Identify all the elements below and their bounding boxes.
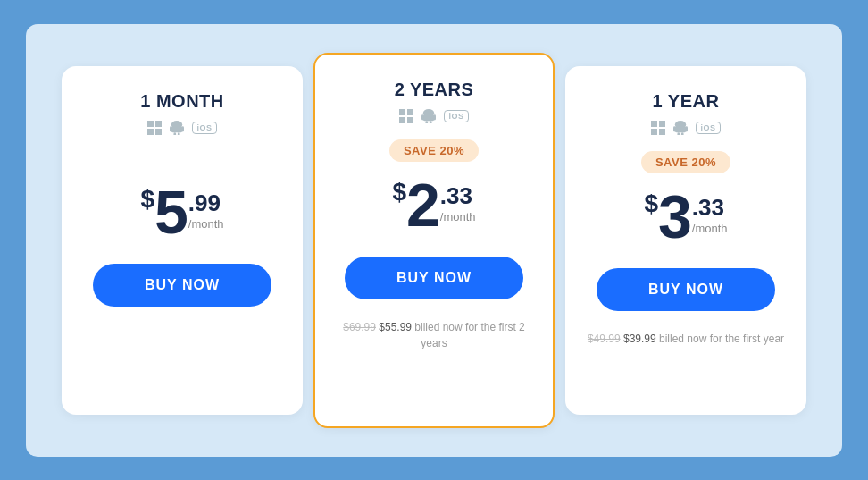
price-decimal-block-1month: .99 /month bbox=[188, 181, 224, 232]
svg-rect-26 bbox=[673, 126, 676, 131]
price-dollar-1month: $ bbox=[140, 185, 154, 214]
ios-badge-2: iOS bbox=[444, 110, 468, 122]
android-icon-2 bbox=[421, 109, 437, 123]
svg-rect-16 bbox=[421, 114, 424, 120]
platform-icons-1year: iOS bbox=[651, 121, 720, 135]
price-period-1year: /month bbox=[692, 222, 728, 235]
buy-now-button-2years[interactable]: BUY NOW bbox=[345, 257, 523, 299]
svg-rect-27 bbox=[686, 126, 689, 131]
card-1month: 1 MONTH bbox=[62, 66, 303, 415]
card-title-1month: 1 MONTH bbox=[140, 91, 224, 112]
svg-rect-20 bbox=[651, 121, 657, 127]
windows-icon-3 bbox=[651, 121, 665, 135]
price-decimal-1month: .99 bbox=[188, 190, 224, 216]
windows-icon-2 bbox=[399, 109, 413, 123]
android-icon bbox=[169, 121, 185, 135]
svg-rect-12 bbox=[399, 117, 405, 123]
card-2years: 2 YEARS bbox=[313, 53, 555, 428]
svg-rect-7 bbox=[182, 126, 185, 131]
price-integer-1month: 5 bbox=[154, 181, 188, 242]
svg-rect-9 bbox=[178, 132, 180, 135]
svg-rect-6 bbox=[170, 126, 172, 131]
svg-rect-5 bbox=[171, 126, 182, 132]
svg-rect-28 bbox=[678, 132, 680, 135]
price-row-1month: $ 5 .99 /month bbox=[140, 181, 223, 242]
price-row-1year: $ 3 .33 /month bbox=[644, 186, 727, 247]
ios-badge-3: iOS bbox=[696, 122, 720, 134]
windows-icon bbox=[147, 121, 162, 135]
android-icon-3 bbox=[672, 121, 689, 135]
svg-rect-17 bbox=[434, 114, 437, 120]
cards-container: 1 MONTH bbox=[44, 42, 824, 439]
price-dollar-2years: $ bbox=[392, 178, 406, 206]
card-title-1year: 1 YEAR bbox=[653, 91, 720, 112]
svg-rect-25 bbox=[675, 126, 686, 132]
svg-rect-13 bbox=[407, 117, 413, 123]
price-period-1month: /month bbox=[188, 217, 224, 231]
price-row-2years: $ 2 .33 /month bbox=[392, 174, 475, 235]
price-integer-2years: 2 bbox=[406, 174, 440, 235]
outer-border: 1 MONTH bbox=[23, 21, 845, 459]
price-decimal-block-1year: .33 /month bbox=[692, 186, 728, 236]
save-badge-1year: SAVE 20% bbox=[641, 151, 730, 173]
svg-rect-22 bbox=[651, 129, 657, 135]
svg-rect-3 bbox=[155, 129, 162, 135]
platform-icons-1month: iOS bbox=[147, 121, 216, 135]
svg-rect-29 bbox=[681, 132, 684, 135]
billing-note-1year: $49.99 $39.99 billed now for the first y… bbox=[588, 331, 784, 347]
svg-rect-15 bbox=[423, 114, 434, 121]
ios-badge: iOS bbox=[192, 122, 216, 134]
svg-rect-18 bbox=[426, 121, 429, 123]
svg-rect-10 bbox=[399, 109, 405, 115]
svg-rect-8 bbox=[174, 132, 177, 135]
card-1year: 1 YEAR bbox=[565, 66, 806, 415]
svg-rect-23 bbox=[659, 129, 665, 135]
svg-rect-19 bbox=[430, 121, 432, 123]
price-integer-1year: 3 bbox=[658, 186, 692, 247]
billing-note-2years: $69.99 $55.99 billed now for the first 2… bbox=[337, 319, 531, 351]
svg-rect-21 bbox=[659, 121, 665, 127]
price-dollar-1year: $ bbox=[644, 189, 658, 218]
platform-icons-2years: iOS bbox=[399, 109, 468, 123]
save-badge-2years: SAVE 20% bbox=[389, 139, 479, 162]
svg-rect-0 bbox=[147, 121, 154, 127]
buy-now-button-1month[interactable]: BUY NOW bbox=[93, 264, 271, 307]
price-period-2years: /month bbox=[440, 210, 476, 223]
price-decimal-block-2years: .33 /month bbox=[440, 174, 476, 224]
price-decimal-1year: .33 bbox=[692, 195, 728, 221]
svg-rect-11 bbox=[407, 109, 413, 115]
card-title-2years: 2 YEARS bbox=[395, 80, 474, 100]
svg-rect-1 bbox=[155, 121, 162, 127]
buy-now-button-1year[interactable]: BUY NOW bbox=[597, 268, 775, 311]
price-decimal-2years: .33 bbox=[440, 183, 476, 209]
svg-rect-2 bbox=[147, 129, 154, 135]
